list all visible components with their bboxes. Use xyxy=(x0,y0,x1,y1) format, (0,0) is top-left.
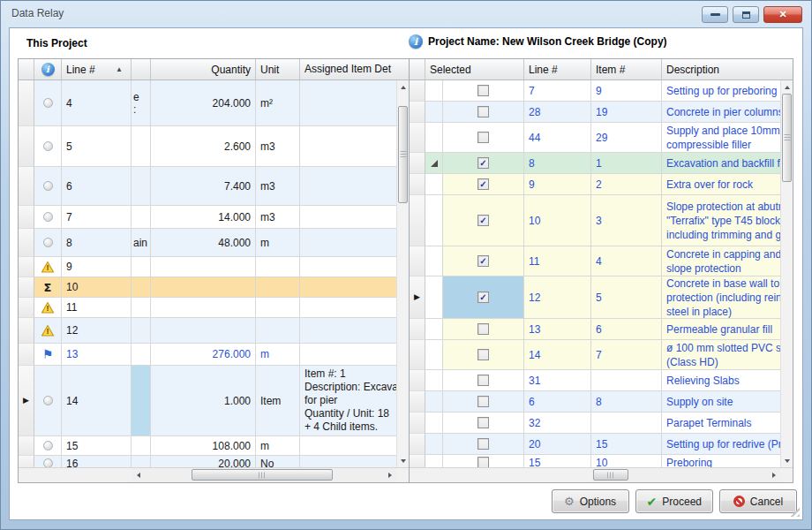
table-row[interactable]: 79Setting up for preboring xyxy=(410,80,780,102)
expanded-group-icon[interactable] xyxy=(431,160,438,167)
table-row[interactable]: !12 xyxy=(19,318,396,344)
radio-icon[interactable] xyxy=(43,141,53,151)
table-row[interactable]: ▶✓125Concrete in base wall to slope prot… xyxy=(410,276,780,319)
proceed-button[interactable]: ✔ Proceed xyxy=(635,489,713,513)
table-row[interactable]: 2819Concrete in pier columns 35M xyxy=(410,102,780,123)
row-header-cell[interactable] xyxy=(19,456,34,467)
selected-cell[interactable] xyxy=(443,391,524,413)
row-header-cell[interactable] xyxy=(19,298,34,318)
table-row[interactable]: 15108.000m xyxy=(19,436,396,456)
checkbox[interactable] xyxy=(477,349,489,360)
radio-icon[interactable] xyxy=(43,212,53,222)
row-header-cell[interactable] xyxy=(19,206,34,229)
table-row[interactable]: !11 xyxy=(19,298,396,318)
header-description[interactable]: Description xyxy=(662,59,793,80)
selected-cell[interactable]: ✓ xyxy=(443,195,524,246)
header-info-column[interactable]: i xyxy=(34,59,62,80)
header-unit[interactable]: Unit xyxy=(256,59,300,80)
row-header-cell[interactable] xyxy=(19,167,34,206)
checkbox-checked[interactable]: ✓ xyxy=(477,178,489,190)
row-header-cell[interactable] xyxy=(410,340,425,370)
titlebar[interactable]: Data Relay ✕ xyxy=(1,1,811,27)
table-row[interactable]: 67.400m3 xyxy=(19,167,396,206)
close-button[interactable]: ✕ xyxy=(763,6,802,23)
row-header-cell[interactable] xyxy=(19,126,34,167)
checkbox[interactable] xyxy=(477,457,489,467)
selected-cell[interactable] xyxy=(443,319,524,340)
minimize-button[interactable] xyxy=(702,6,728,23)
table-row[interactable]: 32Parapet Terminals xyxy=(410,413,780,434)
table-row[interactable]: 4429Supply and place 10mm thick compress… xyxy=(410,123,780,153)
row-header-cell[interactable] xyxy=(410,370,425,391)
table-row[interactable]: 31Relieving Slabs xyxy=(410,370,780,391)
radio-icon[interactable] xyxy=(43,238,53,247)
row-header-cell[interactable] xyxy=(410,319,425,340)
header-clipped-column[interactable] xyxy=(132,59,151,80)
table-row[interactable]: 52.600m3 xyxy=(19,126,396,167)
left-horizontal-scrollbar[interactable] xyxy=(132,468,396,482)
scrollbar-thumb[interactable] xyxy=(593,469,628,481)
header-item-number[interactable]: Item # xyxy=(591,59,662,80)
table-row[interactable]: !9 xyxy=(19,257,396,277)
checkbox-checked[interactable]: ✓ xyxy=(477,157,489,169)
scrollbar-thumb[interactable] xyxy=(782,94,792,182)
table-row[interactable]: 1510Preboring xyxy=(410,455,780,467)
selected-cell[interactable] xyxy=(443,102,524,123)
selected-cell[interactable]: ✓ xyxy=(443,276,524,319)
selected-cell[interactable]: ✓ xyxy=(443,246,524,276)
table-row[interactable]: 68Supply on site xyxy=(410,391,780,413)
scroll-up-button[interactable] xyxy=(781,80,793,94)
selected-cell[interactable]: ✓ xyxy=(443,153,524,174)
checkbox[interactable] xyxy=(477,132,489,143)
table-row[interactable]: Σ10 xyxy=(19,277,396,298)
row-header-cell[interactable] xyxy=(410,153,425,174)
checkbox[interactable] xyxy=(477,323,489,335)
scroll-left-button[interactable] xyxy=(132,468,145,482)
table-row[interactable]: ▶141.000ItemItem #: 1 Description: Excav… xyxy=(19,366,396,436)
scroll-right-button[interactable] xyxy=(383,468,396,482)
checkbox[interactable] xyxy=(477,396,489,407)
table-row[interactable]: 714.000m3 xyxy=(19,206,396,229)
selected-cell[interactable] xyxy=(443,434,524,455)
right-horizontal-scrollbar[interactable] xyxy=(591,468,780,482)
row-header-cell[interactable] xyxy=(410,174,425,195)
row-header-cell[interactable] xyxy=(410,80,425,102)
table-row[interactable]: ✓92Extra over for rock xyxy=(410,174,780,195)
checkbox[interactable] xyxy=(477,438,489,450)
radio-icon[interactable] xyxy=(43,98,53,108)
checkbox-checked[interactable]: ✓ xyxy=(477,215,489,226)
row-header-cell[interactable] xyxy=(19,229,34,257)
radio-icon[interactable] xyxy=(43,396,53,405)
row-header-cell[interactable] xyxy=(19,318,34,344)
table-row[interactable]: ✓81Excavation and backfill for pie xyxy=(410,153,780,174)
scrollbar-thumb[interactable] xyxy=(192,469,333,481)
scroll-down-button[interactable] xyxy=(781,454,793,467)
row-header-cell[interactable]: ▶ xyxy=(19,366,34,436)
row-header-cell[interactable] xyxy=(19,257,34,277)
header-line-number[interactable]: Line # xyxy=(524,59,591,80)
table-row[interactable]: ✓114Concrete in capping and edge slope p… xyxy=(410,246,780,276)
scrollbar-thumb[interactable] xyxy=(398,106,408,203)
checkbox-checked[interactable]: ✓ xyxy=(477,255,489,267)
row-header-cell[interactable] xyxy=(410,391,425,413)
scroll-up-button[interactable] xyxy=(397,80,409,94)
selected-cell[interactable] xyxy=(443,455,524,467)
maximize-button[interactable] xyxy=(733,6,759,23)
scroll-down-button[interactable] xyxy=(397,454,409,467)
checkbox[interactable] xyxy=(477,106,489,117)
table-row[interactable]: 2015Setting up for redrive (Provisi xyxy=(410,434,780,455)
cancel-button[interactable]: Cancel xyxy=(719,489,797,513)
header-selected[interactable]: Selected xyxy=(425,59,524,80)
row-header-cell[interactable] xyxy=(19,436,34,456)
table-row[interactable]: ⚑13276.000m xyxy=(19,344,396,366)
header-line-number[interactable]: Line #▲ xyxy=(62,59,132,80)
table-row[interactable]: 147ø 100 mm slotted PVC subsoil (Class H… xyxy=(410,340,780,370)
table-row[interactable]: 4e :204.000m² xyxy=(19,80,396,126)
selected-cell[interactable] xyxy=(443,413,524,434)
row-header-cell[interactable]: ▶ xyxy=(410,276,425,319)
radio-icon[interactable] xyxy=(43,458,53,467)
options-button[interactable]: ⚙ Options xyxy=(552,489,629,513)
row-header-cell[interactable] xyxy=(19,80,34,126)
table-row[interactable]: ✓103Slope protection at abutment "Terraf… xyxy=(410,195,780,246)
row-header-cell[interactable] xyxy=(19,344,34,366)
